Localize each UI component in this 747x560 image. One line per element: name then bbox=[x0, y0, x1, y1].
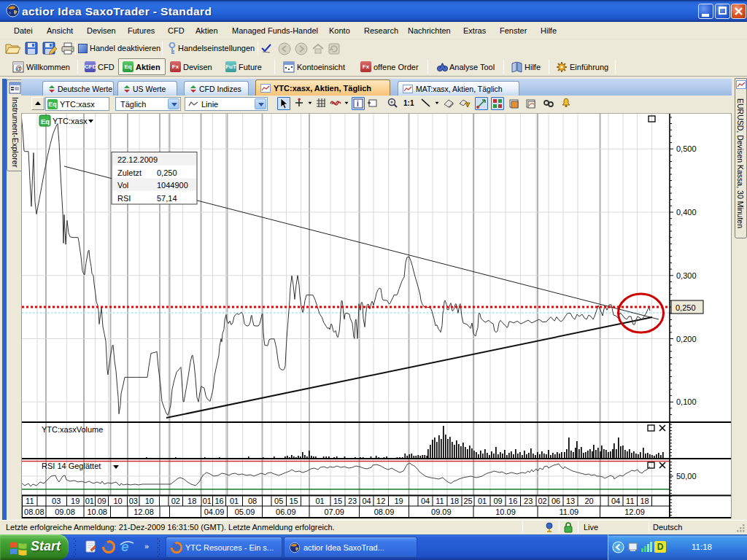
svg-text:57,14: 57,14 bbox=[157, 194, 177, 203]
svg-text:18: 18 bbox=[640, 497, 649, 505]
svg-text:1:1: 1:1 bbox=[403, 99, 414, 107]
svg-text:11.09: 11.09 bbox=[559, 508, 578, 516]
svg-text:10.08: 10.08 bbox=[87, 508, 107, 516]
svg-text:09.09: 09.09 bbox=[431, 508, 452, 516]
svg-text:09.08: 09.08 bbox=[55, 508, 75, 516]
svg-text:25: 25 bbox=[463, 497, 472, 505]
svg-text:18: 18 bbox=[450, 497, 459, 505]
svg-text:11: 11 bbox=[26, 497, 34, 505]
svg-text:RSI: RSI bbox=[117, 194, 131, 203]
svg-text:08.09: 08.09 bbox=[374, 508, 395, 516]
svg-text:i: i bbox=[357, 100, 359, 108]
svg-text:10: 10 bbox=[113, 497, 122, 505]
svg-text:05: 05 bbox=[274, 497, 283, 505]
svg-text:01: 01 bbox=[85, 497, 94, 505]
svg-text:0,400: 0,400 bbox=[676, 208, 697, 217]
svg-text:50,00: 50,00 bbox=[676, 472, 697, 481]
svg-text:0,500: 0,500 bbox=[676, 144, 697, 153]
svg-text:03: 03 bbox=[52, 497, 61, 505]
svg-text:20: 20 bbox=[584, 497, 593, 505]
svg-text:06: 06 bbox=[551, 497, 560, 505]
svg-text:03: 03 bbox=[129, 497, 138, 505]
svg-text:02: 02 bbox=[171, 497, 180, 505]
svg-text:10.09: 10.09 bbox=[495, 508, 516, 516]
svg-text:0,250: 0,250 bbox=[676, 303, 696, 312]
svg-text:11: 11 bbox=[436, 497, 444, 505]
svg-text:12.09: 12.09 bbox=[624, 508, 645, 516]
svg-text:16: 16 bbox=[214, 497, 223, 505]
svg-text:08: 08 bbox=[248, 497, 257, 505]
svg-text:0,200: 0,200 bbox=[676, 335, 697, 343]
svg-text:11: 11 bbox=[626, 497, 634, 505]
svg-text:07.09: 07.09 bbox=[324, 508, 344, 516]
svg-text:04: 04 bbox=[611, 497, 620, 505]
svg-text:06.09: 06.09 bbox=[276, 508, 296, 516]
svg-text:Eq: Eq bbox=[41, 117, 50, 125]
svg-text:19: 19 bbox=[394, 497, 403, 505]
svg-text:15: 15 bbox=[289, 497, 298, 505]
svg-text:01: 01 bbox=[315, 497, 324, 505]
svg-text:22.12.2009: 22.12.2009 bbox=[117, 155, 158, 164]
svg-text:15: 15 bbox=[333, 497, 342, 505]
svg-text:12: 12 bbox=[376, 497, 385, 505]
svg-text:23: 23 bbox=[524, 497, 533, 505]
svg-text:23: 23 bbox=[348, 497, 357, 505]
svg-text:02: 02 bbox=[538, 497, 546, 505]
svg-text:09: 09 bbox=[493, 497, 502, 505]
svg-text:05.09: 05.09 bbox=[235, 508, 255, 516]
svg-text:01: 01 bbox=[203, 497, 212, 505]
svg-text:01: 01 bbox=[230, 497, 239, 505]
svg-text:13: 13 bbox=[566, 497, 575, 505]
svg-text:12.08: 12.08 bbox=[133, 508, 154, 516]
svg-text:Vol: Vol bbox=[117, 181, 128, 190]
svg-text:19: 19 bbox=[71, 497, 80, 505]
svg-text:1044900: 1044900 bbox=[157, 181, 188, 190]
svg-text:!: ! bbox=[467, 102, 468, 107]
svg-text:0,100: 0,100 bbox=[676, 397, 697, 406]
svg-text:10: 10 bbox=[145, 497, 154, 505]
svg-text:0,250: 0,250 bbox=[157, 168, 177, 177]
svg-text:18: 18 bbox=[187, 497, 196, 505]
svg-text:01: 01 bbox=[478, 497, 487, 505]
svg-text:04: 04 bbox=[421, 497, 430, 505]
svg-text:04.09: 04.09 bbox=[204, 508, 225, 516]
svg-text:16: 16 bbox=[508, 497, 517, 505]
svg-text:@: @ bbox=[15, 65, 22, 72]
svg-text:04: 04 bbox=[362, 497, 371, 505]
svg-text:YTC:xasx: YTC:xasx bbox=[53, 117, 88, 125]
svg-text:0,300: 0,300 bbox=[676, 271, 697, 280]
svg-text:RSI 14 Geglättet: RSI 14 Geglättet bbox=[42, 462, 101, 470]
svg-text:Zuletzt: Zuletzt bbox=[117, 168, 142, 177]
svg-text:08.08: 08.08 bbox=[24, 508, 44, 516]
svg-text:09: 09 bbox=[97, 497, 106, 505]
svg-text:YTC:xasxVolume: YTC:xasxVolume bbox=[42, 425, 103, 434]
